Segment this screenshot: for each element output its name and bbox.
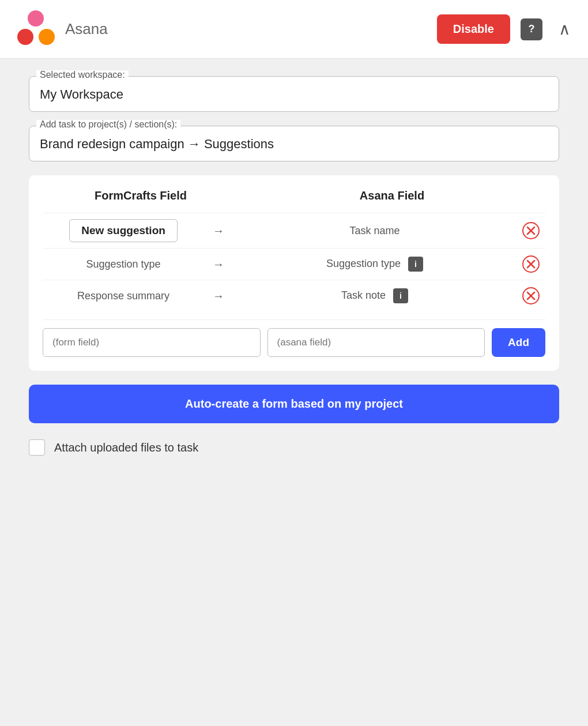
remove-button-2[interactable] bbox=[517, 286, 545, 306]
workspace-value: My Workspace bbox=[40, 82, 548, 102]
asana-field-suggestion-type: Suggestion type i bbox=[233, 257, 517, 272]
logo-circle-pink bbox=[28, 10, 44, 27]
attach-label: Attach uploaded files to task bbox=[54, 441, 198, 454]
workspace-legend: Selected workspace: bbox=[36, 70, 129, 80]
mapping-header-fc: FormCrafts Field bbox=[43, 189, 239, 202]
asana-field-taskname: Task name bbox=[233, 225, 517, 237]
disable-button[interactable]: Disable bbox=[437, 14, 510, 44]
asana-field-task-note: Task note i bbox=[233, 288, 517, 303]
app-container: Asana Disable ? ∧ Selected workspace: My… bbox=[0, 0, 588, 726]
remove-button-0[interactable] bbox=[517, 221, 545, 240]
mapping-header: FormCrafts Field Asana Field bbox=[43, 189, 545, 202]
main-content: Selected workspace: My Workspace Add tas… bbox=[0, 59, 588, 473]
project-value: Brand redesign campaign → Suggestions bbox=[40, 132, 548, 152]
add-button[interactable]: Add bbox=[492, 328, 545, 357]
attach-checkbox[interactable] bbox=[29, 439, 45, 456]
info-button-2[interactable]: i bbox=[393, 288, 408, 303]
project-legend: Add task to project(s) / section(s): bbox=[36, 120, 180, 129]
mapping-row: Response summary → Task note i bbox=[43, 280, 545, 311]
logo-circle-red bbox=[17, 29, 33, 45]
info-button-1[interactable]: i bbox=[408, 257, 423, 272]
header: Asana Disable ? ∧ bbox=[0, 0, 588, 59]
logo-circle-orange bbox=[39, 29, 55, 45]
project-group: Add task to project(s) / section(s): Bra… bbox=[29, 126, 559, 161]
mapping-row: Suggestion type → Suggestion type i bbox=[43, 248, 545, 280]
help-button[interactable]: ? bbox=[521, 18, 542, 40]
mapping-section: FormCrafts Field Asana Field New suggest… bbox=[29, 175, 559, 371]
fc-field-response-summary: Response summary bbox=[43, 290, 204, 302]
app-title: Asana bbox=[65, 20, 427, 38]
add-row: Add bbox=[43, 319, 545, 357]
mapping-row: New suggestion → Task name bbox=[43, 213, 545, 248]
fc-field-new-suggestion: New suggestion bbox=[43, 219, 204, 242]
asana-field-input[interactable] bbox=[267, 328, 485, 357]
attach-row: Attach uploaded files to task bbox=[29, 439, 559, 456]
form-field-input[interactable] bbox=[43, 328, 261, 357]
collapse-icon[interactable]: ∧ bbox=[559, 20, 571, 39]
fc-field-boxed: New suggestion bbox=[69, 219, 178, 242]
arrow-icon-1: → bbox=[204, 258, 233, 271]
arrow-icon-2: → bbox=[204, 289, 233, 303]
remove-button-1[interactable] bbox=[517, 254, 545, 274]
fc-field-suggestion-type: Suggestion type bbox=[43, 258, 204, 270]
mapping-header-asana: Asana Field bbox=[267, 189, 517, 202]
auto-create-button[interactable]: Auto-create a form based on my project bbox=[29, 385, 559, 423]
asana-logo bbox=[17, 10, 55, 48]
workspace-group: Selected workspace: My Workspace bbox=[29, 76, 559, 112]
arrow-icon-0: → bbox=[204, 224, 233, 238]
